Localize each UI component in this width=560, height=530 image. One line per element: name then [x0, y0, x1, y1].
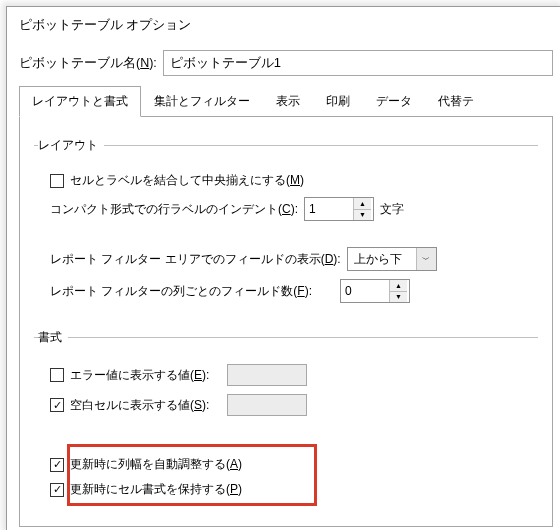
pivottable-name-label: ピボットテーブル名(N):: [19, 55, 157, 72]
label-empty-cell-value: 空白セルに表示する値(S):: [70, 397, 209, 414]
label-autofit-columns: 更新時に列幅を自動調整する(A): [70, 456, 242, 473]
label-preserve-formatting: 更新時にセル書式を保持する(P): [70, 481, 242, 498]
checkbox-autofit-columns[interactable]: [50, 458, 64, 472]
spinner-indent-up[interactable]: ▲: [354, 198, 371, 210]
tab-alttext[interactable]: 代替テ: [425, 86, 487, 117]
spinner-indent[interactable]: ▲ ▼: [304, 197, 374, 221]
pivottable-name-input[interactable]: [163, 50, 553, 76]
label-report-filter-count: レポート フィルターの列ごとのフィールド数(F):: [50, 283, 312, 300]
tab-layout-format[interactable]: レイアウトと書式: [19, 86, 141, 117]
pivottable-name-row: ピボットテーブル名(N):: [7, 42, 560, 86]
checkbox-preserve-formatting[interactable]: [50, 483, 64, 497]
label-merge-center: セルとラベルを結合して中央揃えにする(M): [70, 172, 304, 189]
spinner-report-filter-count[interactable]: ▲ ▼: [340, 279, 410, 303]
spinner-report-filter-count-down[interactable]: ▼: [390, 292, 407, 303]
tab-totals-filters[interactable]: 集計とフィルター: [141, 86, 263, 117]
tab-panel-layout-format: レイアウト セルとラベルを結合して中央揃えにする(M) コンパクト形式での行ラベ…: [19, 117, 553, 527]
tab-print[interactable]: 印刷: [313, 86, 363, 117]
label-indent: コンパクト形式での行ラベルのインデント(C):: [50, 201, 298, 218]
label-report-filter-display: レポート フィルター エリアでのフィールドの表示(D):: [50, 251, 341, 268]
tab-strip: レイアウトと書式 集計とフィルター 表示 印刷 データ 代替テ: [19, 86, 553, 117]
group-layout-legend: レイアウト: [38, 137, 104, 154]
tab-display[interactable]: 表示: [263, 86, 313, 117]
dialog-title: ピボットテーブル オプション: [7, 7, 560, 42]
checkbox-merge-center[interactable]: [50, 174, 64, 188]
checkbox-empty-cell-value[interactable]: [50, 398, 64, 412]
label-error-value: エラー値に表示する値(E):: [70, 367, 209, 384]
group-format: 書式 エラー値に表示する値(E): 空白セルに表示する値(S):: [34, 329, 538, 510]
spinner-indent-down[interactable]: ▼: [354, 210, 371, 221]
label-indent-suffix: 文字: [380, 201, 404, 218]
checkbox-error-value[interactable]: [50, 368, 64, 382]
spinner-report-filter-count-up[interactable]: ▲: [390, 280, 407, 292]
tab-data[interactable]: データ: [363, 86, 425, 117]
input-error-value[interactable]: [227, 364, 307, 386]
group-format-legend: 書式: [38, 329, 68, 346]
spinner-report-filter-count-input[interactable]: [341, 280, 389, 302]
input-empty-cell-value[interactable]: [227, 394, 307, 416]
chevron-down-icon: ﹀: [416, 248, 436, 270]
dropdown-report-filter-display[interactable]: 上から下 ﹀: [347, 247, 437, 271]
group-layout: レイアウト セルとラベルを結合して中央揃えにする(M) コンパクト形式での行ラベ…: [34, 137, 538, 315]
pivottable-options-dialog: ピボットテーブル オプション ピボットテーブル名(N): レイアウトと書式 集計…: [6, 6, 560, 530]
spinner-indent-input[interactable]: [305, 198, 353, 220]
dropdown-report-filter-display-value: 上から下: [348, 248, 416, 270]
